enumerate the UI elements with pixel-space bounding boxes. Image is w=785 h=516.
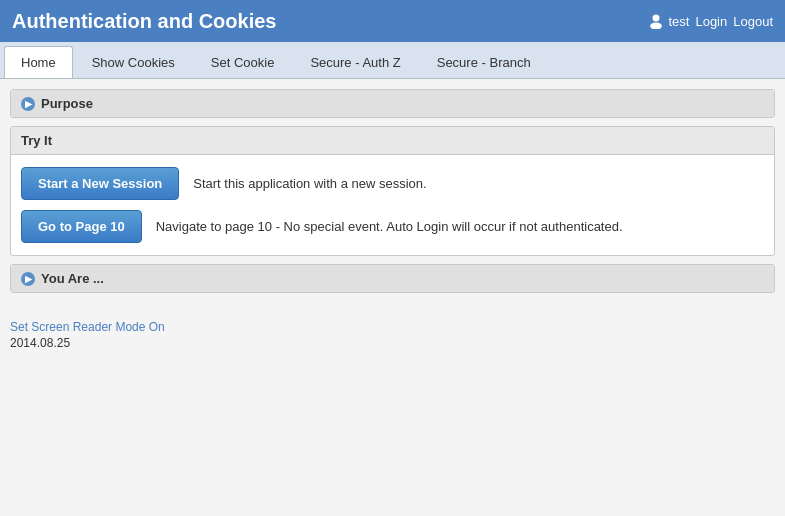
try-it-row-1: Start a New Session Start this applicati… bbox=[21, 167, 764, 200]
app-title: Authentication and Cookies bbox=[12, 10, 276, 33]
go-to-page-10-button[interactable]: Go to Page 10 bbox=[21, 210, 142, 243]
purpose-section: ▶ Purpose bbox=[10, 89, 775, 118]
you-are-chevron-icon: ▶ bbox=[21, 272, 35, 286]
you-are-section-header[interactable]: ▶ You Are ... bbox=[11, 265, 774, 292]
purpose-section-header[interactable]: ▶ Purpose bbox=[11, 90, 774, 117]
logout-button[interactable]: Logout bbox=[733, 14, 773, 29]
tab-show-cookies[interactable]: Show Cookies bbox=[75, 46, 192, 78]
app-header: Authentication and Cookies test Login Lo… bbox=[0, 0, 785, 42]
user-info: test bbox=[648, 13, 689, 29]
start-new-session-button[interactable]: Start a New Session bbox=[21, 167, 179, 200]
try-it-section: Try It Start a New Session Start this ap… bbox=[10, 126, 775, 256]
user-icon bbox=[648, 13, 664, 29]
purpose-chevron-icon: ▶ bbox=[21, 97, 35, 111]
try-it-body: Start a New Session Start this applicati… bbox=[11, 155, 774, 255]
tab-home[interactable]: Home bbox=[4, 46, 73, 78]
you-are-label: You Are ... bbox=[41, 271, 104, 286]
try-it-header: Try It bbox=[11, 127, 774, 155]
header-right: test Login Logout bbox=[648, 13, 773, 29]
you-are-section: ▶ You Are ... bbox=[10, 264, 775, 293]
svg-point-0 bbox=[653, 15, 660, 22]
screen-reader-link[interactable]: Set Screen Reader Mode On bbox=[10, 320, 165, 334]
nav-tabs: Home Show Cookies Set Cookie Secure - Au… bbox=[0, 42, 785, 79]
page-wrapper: Authentication and Cookies test Login Lo… bbox=[0, 0, 785, 516]
username: test bbox=[668, 14, 689, 29]
footer-date: 2014.08.25 bbox=[10, 336, 775, 350]
start-session-description: Start this application with a new sessio… bbox=[193, 176, 426, 191]
main-content: ▶ Purpose Try It Start a New Session Sta… bbox=[0, 79, 785, 311]
login-button[interactable]: Login bbox=[695, 14, 727, 29]
tab-set-cookie[interactable]: Set Cookie bbox=[194, 46, 292, 78]
footer: Set Screen Reader Mode On 2014.08.25 bbox=[0, 311, 785, 358]
tab-secure-authz[interactable]: Secure - Auth Z bbox=[293, 46, 417, 78]
try-it-label: Try It bbox=[21, 133, 52, 148]
tab-secure-branch[interactable]: Secure - Branch bbox=[420, 46, 548, 78]
go-to-page-description: Navigate to page 10 - No special event. … bbox=[156, 219, 623, 234]
svg-point-1 bbox=[650, 23, 662, 30]
try-it-row-2: Go to Page 10 Navigate to page 10 - No s… bbox=[21, 210, 764, 243]
purpose-label: Purpose bbox=[41, 96, 93, 111]
